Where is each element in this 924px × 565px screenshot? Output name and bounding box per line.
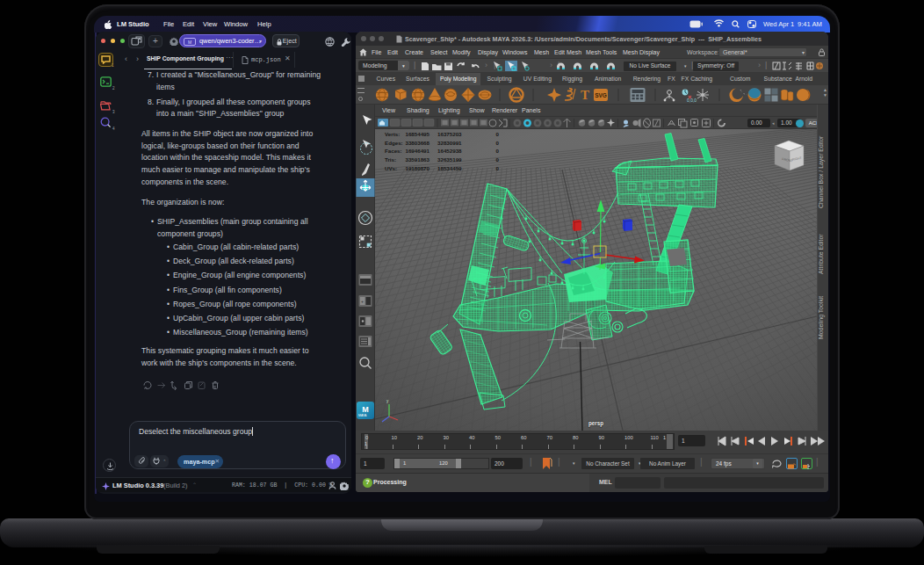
svg-text:0: 0 — [496, 156, 500, 163]
svg-text:Edges:: Edges: — [385, 140, 403, 146]
svg-text:0: 0 — [496, 148, 500, 154]
svg-text:T: T — [581, 88, 589, 102]
svg-text:Faces:: Faces: — [385, 148, 402, 154]
svg-text:SVG: SVG — [595, 92, 607, 98]
svg-text:0: 0 — [496, 131, 500, 137]
svg-text:Verts:: Verts: — [385, 131, 400, 137]
svg-text:16452938: 16452938 — [437, 148, 462, 154]
svg-text:16946491: 16946491 — [405, 148, 430, 154]
svg-text:0,0,0: 0,0,0 — [687, 98, 697, 103]
svg-text:32830991: 32830991 — [437, 140, 462, 146]
svg-text:32635199: 32635199 — [437, 156, 462, 163]
svg-text:19180870: 19180870 — [405, 165, 430, 171]
svg-text:persp: persp — [588, 420, 603, 427]
svg-text:Tris:: Tris: — [385, 156, 396, 163]
svg-text:33803668: 33803668 — [405, 140, 430, 146]
svg-text:+: + — [361, 299, 364, 304]
svg-text:16375203: 16375203 — [437, 131, 462, 137]
svg-text:0: 0 — [496, 165, 500, 171]
svg-text:16854495: 16854495 — [405, 131, 430, 137]
svg-text:18534459: 18534459 — [437, 165, 462, 171]
svg-text:0: 0 — [496, 140, 500, 146]
svg-text:UVs:: UVs: — [385, 165, 397, 171]
svg-text:33591863: 33591863 — [405, 156, 430, 163]
